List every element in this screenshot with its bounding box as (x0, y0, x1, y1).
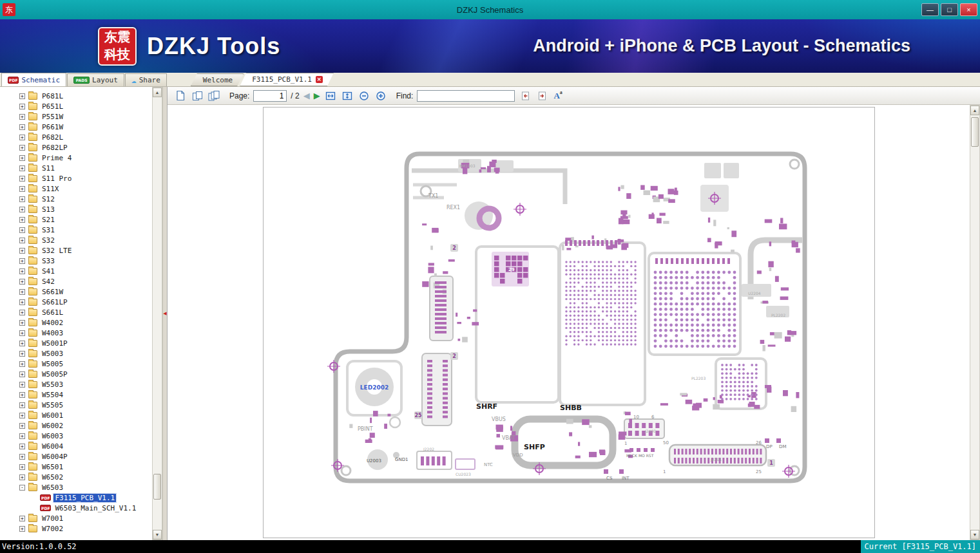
page-input[interactable] (253, 90, 287, 102)
expand-icon[interactable]: + (19, 207, 25, 212)
tree-folder[interactable]: +S31 (0, 225, 151, 235)
expand-icon[interactable]: + (19, 516, 25, 521)
expand-icon[interactable]: + (19, 165, 25, 171)
tree-folder[interactable]: +S41 (0, 266, 151, 276)
tree-folder[interactable]: +W6502 (0, 472, 151, 482)
expand-icon[interactable]: + (19, 330, 25, 336)
tree-folder[interactable]: +P651L (0, 101, 151, 111)
match-case-icon[interactable]: Aa (553, 91, 562, 101)
tree-folder[interactable]: +W7002 (0, 523, 151, 534)
tree-folder[interactable]: +W5001P (0, 338, 151, 348)
viewer-scrollbar-thumb[interactable] (971, 117, 979, 147)
expand-icon[interactable]: + (19, 423, 25, 429)
tree-scrollbar[interactable]: ▲ ▼ (152, 87, 162, 540)
tree-folder[interactable]: +W6001 (0, 410, 151, 420)
tree-folder[interactable]: +S21 (0, 214, 151, 225)
tree-folder[interactable]: +W6004P (0, 451, 151, 462)
collapse-icon[interactable]: - (19, 485, 25, 491)
expand-icon[interactable]: + (19, 464, 25, 470)
tree-folder[interactable]: +W6002 (0, 420, 151, 431)
tree-folder[interactable]: +W5505 (0, 400, 151, 410)
expand-icon[interactable]: + (19, 248, 25, 254)
tree-folder[interactable]: +S661LP (0, 297, 151, 307)
find-previous-button[interactable] (519, 89, 532, 102)
tree-folder[interactable]: +Prime 4 (0, 153, 151, 163)
expand-icon[interactable]: + (19, 217, 25, 223)
expand-icon[interactable]: + (19, 155, 25, 161)
tree-folder[interactable]: +W7001 (0, 513, 151, 523)
tree-folder[interactable]: +W4002 (0, 317, 151, 328)
expand-icon[interactable]: + (19, 124, 25, 130)
tree-folder[interactable]: +W5503 (0, 379, 151, 389)
tree-document[interactable]: PDFW6503_Main_SCH_V1.1 (0, 503, 151, 513)
tree-folder[interactable]: +W5005 (0, 359, 151, 369)
tree-folder[interactable]: +W5003 (0, 348, 151, 359)
scroll-up-arrow[interactable]: ▲ (153, 88, 162, 97)
expand-icon[interactable]: + (19, 258, 25, 264)
tree-folder[interactable]: +W4003 (0, 328, 151, 338)
expand-icon[interactable]: + (19, 238, 25, 243)
zoom-in-button[interactable] (374, 89, 387, 102)
expand-icon[interactable]: + (19, 351, 25, 357)
viewer-scroll-down-arrow[interactable]: ▼ (970, 530, 979, 539)
expand-icon[interactable]: + (19, 176, 25, 182)
expand-icon[interactable]: + (19, 186, 25, 192)
expand-icon[interactable]: + (19, 104, 25, 109)
expand-icon[interactable]: + (19, 402, 25, 408)
expand-icon[interactable]: + (19, 299, 25, 305)
tab-share[interactable]: ☁ Share (125, 73, 167, 86)
continuous-pages-icon[interactable] (207, 89, 220, 102)
tree-folder[interactable]: +W5005P (0, 369, 151, 379)
expand-icon[interactable]: + (19, 135, 25, 140)
tree-folder[interactable]: +W6003 (0, 431, 151, 441)
facing-pages-icon[interactable] (191, 89, 204, 102)
scroll-down-arrow[interactable]: ▼ (153, 530, 162, 539)
tree-scrollbar-thumb[interactable] (153, 474, 161, 500)
tree-folder[interactable]: +S32 (0, 235, 151, 245)
viewer-scroll-up-arrow[interactable]: ▲ (970, 106, 979, 115)
fit-page-icon[interactable] (341, 89, 354, 102)
tab-f3115-pcb[interactable]: F3115_PCB_V1.1 × (240, 73, 334, 86)
expand-icon[interactable]: + (19, 361, 25, 367)
tree-folder[interactable]: -W6503 (0, 482, 151, 492)
single-page-icon[interactable] (174, 89, 187, 102)
expand-icon[interactable]: + (19, 279, 25, 285)
fit-width-icon[interactable] (324, 89, 337, 102)
tree-folder[interactable]: +S33 (0, 256, 151, 266)
expand-icon[interactable]: + (19, 413, 25, 418)
expand-icon[interactable]: + (19, 526, 25, 532)
tree-folder[interactable]: +P661W (0, 122, 151, 132)
tree-folder[interactable]: +P551W (0, 111, 151, 122)
maximize-button[interactable]: □ (941, 3, 958, 16)
expand-icon[interactable]: + (19, 93, 25, 99)
expand-icon[interactable]: + (19, 341, 25, 346)
expand-icon[interactable]: + (19, 320, 25, 326)
expand-icon[interactable]: + (19, 289, 25, 295)
previous-page-button[interactable]: ◀ (303, 89, 310, 102)
expand-icon[interactable]: + (19, 444, 25, 449)
tree-document[interactable]: PDFF3115_PCB_V1.1 (0, 492, 151, 503)
find-input[interactable] (417, 90, 515, 102)
expand-icon[interactable]: + (19, 371, 25, 377)
tree-folder[interactable]: +S661L (0, 307, 151, 317)
tree-folder[interactable]: +S11 (0, 163, 151, 173)
tree-folder[interactable]: +W6004 (0, 441, 151, 451)
viewer-scrollbar[interactable]: ▲ ▼ (970, 105, 980, 540)
tab-welcome[interactable]: Welcome (191, 73, 244, 86)
tree-folder[interactable]: +S11 Pro (0, 173, 151, 183)
tree-folder[interactable]: +S661W (0, 286, 151, 297)
tab-layout[interactable]: PADS Layout (67, 73, 124, 86)
expand-icon[interactable]: + (19, 474, 25, 480)
tree-folder[interactable]: +P682L (0, 132, 151, 142)
expand-icon[interactable]: + (19, 196, 25, 202)
tree-folder[interactable]: +S32 LTE (0, 245, 151, 256)
panel-splitter[interactable]: ◀ (162, 87, 167, 540)
tree-folder[interactable]: +S42 (0, 276, 151, 286)
tree-folder[interactable]: +P682LP (0, 142, 151, 153)
expand-icon[interactable]: + (19, 392, 25, 398)
tab-schematic[interactable]: PDF Schematic (1, 73, 66, 86)
close-tab-icon[interactable]: × (316, 76, 323, 83)
expand-icon[interactable]: + (19, 454, 25, 460)
expand-icon[interactable]: + (19, 268, 25, 274)
minimize-button[interactable]: — (921, 3, 939, 16)
